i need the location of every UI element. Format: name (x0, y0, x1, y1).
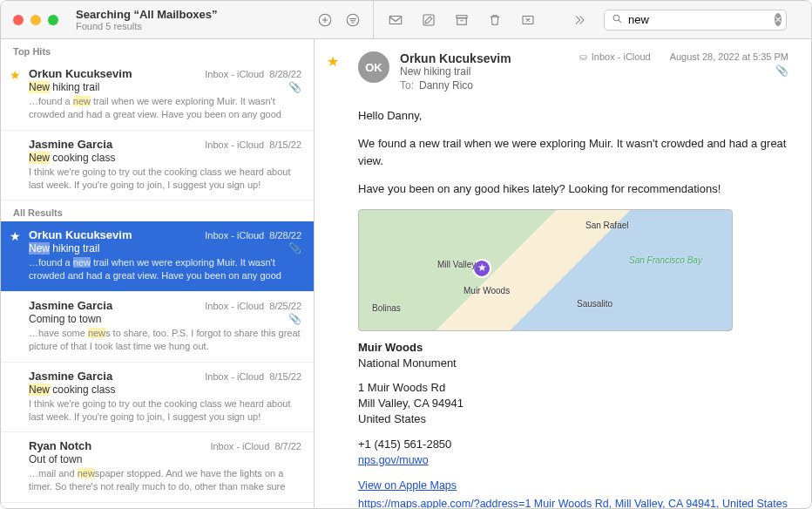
message-subject: Out of town (29, 453, 82, 465)
reader-date: August 28, 2022 at 5:35 PM (670, 51, 788, 62)
message-meta: Inbox - iCloud 8/25/22 (205, 301, 301, 311)
message-list[interactable]: Top Hits ★Orkun KucuksevimInbox - iCloud… (1, 39, 315, 508)
filter-icon[interactable] (345, 12, 361, 28)
message-preview: I think we're going to try out the cooki… (29, 166, 301, 192)
message-subject: New cooking class (29, 152, 115, 164)
message-item[interactable]: Jasmine GarciaInbox - iCloud 8/15/22New … (1, 131, 314, 201)
message-item[interactable]: ★Orkun KucuksevimInbox - iCloud 8/28/22N… (1, 60, 314, 131)
minimize-window-button[interactable] (30, 15, 41, 25)
message-meta: Inbox - iCloud 8/28/22 (205, 69, 301, 79)
message-subject: New cooking class (29, 383, 115, 396)
mailbox-chip[interactable]: Inbox - iCloud (579, 51, 651, 62)
window-subtitle: Found 5 results (76, 21, 245, 31)
svg-rect-5 (457, 17, 467, 24)
search-icon (612, 13, 623, 27)
message-sender: Jasmine Garcia (29, 370, 112, 383)
message-preview: …found a new trail when we were explorin… (29, 256, 301, 282)
message-sender: Jasmine Garcia (29, 138, 112, 151)
new-mailbox-icon[interactable] (317, 12, 333, 28)
compose-icon[interactable] (421, 12, 436, 28)
reader-to: To:Danny Rico (400, 79, 568, 92)
view-maps-link[interactable]: View on Apple Maps (358, 479, 457, 492)
archive-icon[interactable] (454, 12, 470, 28)
message-sender: Orkun Kucuksevim (29, 228, 132, 241)
message-preview: …have some news to share, too. P.S. I fo… (29, 327, 301, 353)
attachment-icon: 📎 (288, 242, 301, 254)
message-subject: Coming to town (29, 313, 101, 325)
message-item[interactable]: ★Orkun KucuksevimInbox - iCloud 8/28/22N… (1, 221, 314, 292)
reader-subject: New hiking trail (400, 65, 568, 78)
clear-search-button[interactable]: ✕ (775, 13, 782, 26)
trash-icon[interactable] (487, 12, 503, 28)
star-icon[interactable]: ★ (10, 68, 21, 82)
mail-window: Searching “All Mailboxes” Found 5 result… (0, 0, 812, 509)
junk-icon[interactable] (520, 12, 536, 28)
message-body: Hello Danny, We found a new trail when w… (358, 107, 788, 508)
message-item[interactable]: Ryan NotchInbox - iCloud 8/7/22Out of to… (1, 432, 314, 503)
message-meta: Inbox - iCloud 8/15/22 (205, 371, 301, 382)
sender-avatar: OK (358, 51, 389, 83)
message-meta: Inbox - iCloud 8/7/22 (210, 441, 301, 451)
star-icon[interactable]: ★ (327, 53, 339, 70)
map-attachment[interactable]: ★ San Rafael San Francisco Bay Mill Vall… (358, 209, 733, 331)
attachment-icon[interactable]: 📎 (775, 64, 788, 77)
attachment-icon: 📎 (288, 81, 301, 93)
message-meta: Inbox - iCloud 8/15/22 (205, 139, 301, 150)
reader-sender: Orkun Kucuksevim (400, 51, 568, 65)
message-sender: Ryan Notch (29, 439, 91, 452)
message-preview: …found a new trail when we were explorin… (29, 95, 301, 121)
message-subject: New hiking trail (29, 81, 99, 93)
search-field[interactable]: ✕ (604, 10, 787, 31)
titlebar: Searching “All Mailboxes” Found 5 result… (1, 1, 811, 39)
message-reader: ★ OK Orkun Kucuksevim New hiking trail T… (315, 39, 811, 508)
envelope-icon[interactable] (388, 12, 403, 28)
message-meta: Inbox - iCloud 8/28/22 (205, 230, 301, 241)
section-top-hits: Top Hits (1, 39, 314, 60)
star-icon[interactable]: ★ (10, 229, 21, 243)
message-item[interactable]: Jasmine GarciaInbox - iCloud 8/15/22New … (1, 363, 314, 433)
search-input[interactable] (628, 13, 775, 26)
svg-point-7 (613, 15, 619, 21)
zoom-window-button[interactable] (48, 15, 58, 25)
close-window-button[interactable] (13, 15, 24, 25)
section-all-results: All Results (1, 200, 314, 221)
svg-rect-2 (389, 16, 402, 24)
window-title: Searching “All Mailboxes” (76, 8, 245, 21)
more-icon[interactable] (571, 12, 586, 28)
message-sender: Orkun Kucuksevim (29, 67, 132, 80)
message-preview: …mail and newspaper stopped. And we have… (29, 467, 301, 493)
message-preview: I think we're going to try out the cooki… (29, 397, 301, 424)
window-controls (1, 15, 71, 25)
svg-point-1 (347, 14, 359, 26)
message-sender: Jasmine Garcia (29, 299, 112, 312)
attachment-icon: 📎 (288, 313, 301, 325)
message-item[interactable]: Jasmine GarciaInbox - iCloud 8/25/22Comi… (1, 292, 314, 363)
message-subject: New hiking trail (29, 242, 99, 254)
location-card: Muir Woods National Monument 1 Muir Wood… (358, 340, 788, 469)
maps-url-link[interactable]: https://maps.apple.com/?address=1 Muir W… (358, 498, 788, 508)
location-website-link[interactable]: nps.gov/muwo (358, 454, 429, 466)
message-item[interactable]: Mayuri PatelInbox - iCloud 8/6/22 (1, 503, 314, 508)
